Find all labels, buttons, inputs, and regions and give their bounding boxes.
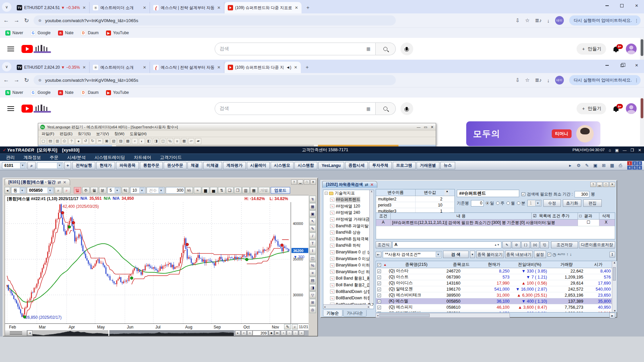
quick-button-미체결[interactable]: 미체결 (203, 162, 222, 169)
back-arrow-icon[interactable]: ⇤ (376, 252, 381, 257)
tree-item[interactable]: ∿Boll Band 활용1_횡보 (323, 275, 374, 282)
chart-navigator[interactable]: ◂ ▸«» 209 ◆⋉+−▫× (5, 330, 309, 336)
indicator-name-input[interactable]: ##슈퍼트렌드 (457, 190, 519, 197)
editor-menu-item[interactable]: 도움말(H) (130, 131, 147, 136)
menu-dots-icon[interactable]: ⋮ (635, 78, 639, 83)
screen-search-button[interactable]: ⌕ (28, 162, 36, 169)
add-button[interactable]: ＋ (64, 162, 71, 169)
back-button[interactable]: ← (3, 77, 9, 83)
virtual-screen-6[interactable]: 6 (637, 166, 642, 170)
clock-icon[interactable]: ◷ (552, 252, 556, 257)
chart-tool-icon[interactable]: ≈ (194, 187, 201, 194)
hamburger-menu-icon[interactable] (7, 106, 14, 111)
tab-search-chevron-icon[interactable]: ∨ (2, 2, 11, 12)
quick-button-뉴스[interactable]: 뉴스 (440, 162, 455, 169)
chart-side-icon[interactable]: ✎ (309, 225, 316, 232)
row-checkbox[interactable]: ✓ (377, 276, 381, 279)
quick-button-프로그램[interactable]: 프로그램 (393, 162, 416, 169)
chart-side-icon[interactable]: % (309, 262, 316, 269)
editor-tool-icon[interactable]: % (167, 138, 173, 144)
chart-tool-icon[interactable]: ❒ (234, 187, 241, 194)
add-to-list-header[interactable]: ☑ 목록에 조건 추가 (532, 213, 578, 219)
notes-icon[interactable]: ✎ (583, 162, 591, 169)
quick-button-거래원별[interactable]: 거래원별 (417, 162, 439, 169)
media-playlist-icon[interactable]: ≣♪ (535, 17, 542, 23)
editor-tool-icon[interactable]: ▱ (188, 138, 194, 144)
close-button[interactable]: ✕ (310, 180, 316, 185)
row-checkbox[interactable]: ✓ (377, 282, 381, 285)
maximize-button[interactable]: □ (304, 180, 310, 185)
editor-tool-icon[interactable]: ✂ (97, 138, 103, 144)
bookmark-naver[interactable]: NNaver (5, 90, 23, 95)
nav-left-icon[interactable]: ◂ (27, 330, 33, 336)
monitor-icon[interactable]: ▣ (592, 162, 599, 169)
update-chrome-button[interactable]: 다시 실행하여 업데이트하세요. ⋮ (569, 75, 641, 85)
tab-close-icon[interactable]: ✕ (82, 5, 87, 10)
upload-button[interactable]: 업로드 (271, 187, 290, 194)
create-button[interactable]: ＋ 만들기 (577, 43, 606, 55)
editor-tool-icon[interactable]: ↻ (90, 138, 96, 144)
quick-button-원샷주문[interactable]: 원샷주문 (164, 162, 186, 169)
result-checkbox[interactable]: ☐ (578, 220, 599, 226)
nav-button[interactable]: « (241, 330, 247, 336)
notifications-button[interactable]: 9+ (613, 106, 619, 111)
screen-icon[interactable]: ▣ (615, 148, 619, 153)
restore-button[interactable] (614, 60, 629, 71)
quick-button-계좌평가[interactable]: 계좌평가 (223, 162, 246, 169)
tree-item[interactable]: ∿Band%B 침체극복 (323, 236, 374, 243)
close-button[interactable]: ✕ (638, 148, 641, 153)
help-button[interactable]: ? (291, 180, 297, 185)
stock-hscrollbar[interactable]: ◂ (376, 313, 510, 318)
help-button[interactable]: ? (590, 182, 596, 187)
main-menu-item[interactable]: 시세/분석 (67, 155, 86, 161)
modify-button[interactable]: 수정 (543, 199, 561, 207)
bookmark-star-icon[interactable]: ☆ (525, 17, 530, 23)
install-icon[interactable]: ⇩ (516, 77, 520, 83)
editor-tool-icon[interactable]: ▨ (118, 138, 124, 144)
tree-item[interactable]: ∿Band%B 상승 (323, 229, 374, 236)
period-minute-button[interactable]: 분 (99, 187, 106, 194)
yestrader-title-bar[interactable]: ✓ YesTRADER [모의투자] [xys033] 고객만족센터 1588-… (0, 146, 644, 154)
editor-tool-icon[interactable]: ? (68, 138, 74, 144)
main-menu-item[interactable]: 고객가이드 (160, 155, 182, 161)
condition-row[interactable]: A [##슈퍼트렌드(12,3,11,2,10,1)] 검색에 필요한 최소기간… (376, 220, 615, 226)
code-search-red-icon[interactable]: ⌕ (63, 187, 70, 194)
chart-side-icon[interactable]: ▦ (309, 203, 316, 210)
row-checkbox[interactable]: ✓ (377, 306, 381, 309)
tab-function-order[interactable]: 기능순 (323, 310, 342, 317)
install-icon[interactable]: ⇩ (516, 17, 520, 23)
browser-tab[interactable]: (109) 슈퍼트렌드와 다중 지◄)✕ (224, 62, 301, 73)
bookmark-nate[interactable]: nNate (58, 31, 73, 36)
settings-button[interactable]: 설정 (534, 251, 546, 258)
close-button[interactable]: ✕ (431, 125, 434, 129)
chart-side-icon[interactable]: ▽ (309, 292, 316, 298)
navigator-grip[interactable] (5, 330, 27, 336)
bookmark-youtube[interactable]: ▶YouTube (106, 31, 129, 36)
quick-button-시스템합[interactable]: 시스템합 (294, 162, 317, 169)
virtual-screen-2[interactable]: 2 (632, 161, 637, 165)
minute-combo[interactable]: 5▼ (107, 187, 121, 194)
nav-button[interactable]: » (247, 330, 253, 336)
formula-icon[interactable]: (x) (531, 241, 539, 248)
media-playlist-icon[interactable]: ≣♪ (535, 77, 542, 83)
tree-hscrollbar[interactable]: ◂▸ (323, 304, 370, 309)
tree-item[interactable]: ∿Band%B 하락 (323, 242, 374, 249)
tree-vscrollbar[interactable]: ∧ (369, 190, 374, 303)
editor-tool-icon[interactable]: ↺ (83, 138, 89, 144)
tree-item[interactable]: ∿Boll Band 활용2_급반 (323, 282, 374, 289)
close-button[interactable]: ✕ (629, 60, 644, 71)
chart-side-icon[interactable]: T (309, 240, 316, 247)
formula-input[interactable]: A ▲▼ (392, 241, 501, 248)
reload-button[interactable]: ↻ (24, 77, 29, 84)
browser-tab[interactable]: TVETHUSDT 2,824.51 ▼ −0.34%✕ (13, 2, 90, 13)
chart-tool-icon[interactable]: ▅ (210, 187, 217, 194)
tree-expander-icon[interactable]: − (325, 192, 328, 195)
main-menu-item[interactable]: 계좌정보 (23, 155, 41, 161)
stock-row[interactable]: ✓(Q) 에스비비테크38950031,000▲ 6,300 (25.51)2,… (376, 292, 617, 298)
quick-button-현재가[interactable]: 현재가 (96, 162, 115, 169)
editor-menu-item[interactable]: 파일(F) (42, 131, 54, 136)
radio-week[interactable]: 주 (496, 200, 504, 206)
tab-alphabetical-order[interactable]: 가나다순 (343, 310, 367, 317)
editor-tool-icon[interactable]: ⎙ (61, 138, 67, 144)
settings-gear-icon[interactable]: ⚙ (575, 162, 582, 169)
